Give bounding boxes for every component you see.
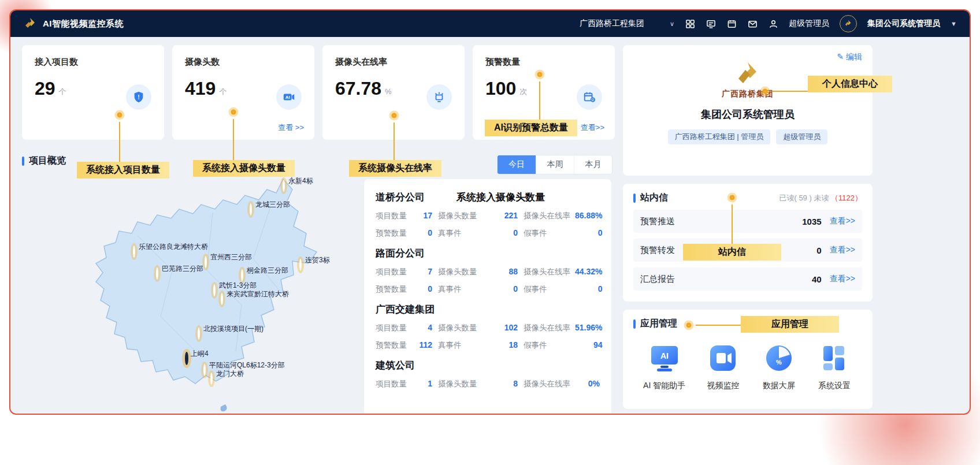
stat-cell: 真事件0 (438, 228, 518, 239)
annotation-alert-total: AI识别预警总数量 (485, 120, 577, 136)
annotation-panel-camera-count: 系统接入摄像头数量 (456, 191, 545, 204)
stat-value: 67.78 (335, 78, 381, 99)
messages-title: 站内信 (633, 192, 668, 204)
stat-cell: 预警数量0 (376, 228, 432, 239)
app-title: AI智能视频监控系统 (43, 18, 124, 29)
monitor-message-icon[interactable] (706, 18, 716, 29)
app-ai-assistant[interactable]: AI AI 智能助手 (643, 340, 685, 391)
annotation-profile-center: 个人信息中心 (808, 76, 892, 92)
message-row: 汇总报告 40 查看>> (633, 267, 862, 291)
annotation-line (539, 81, 540, 120)
map-marker[interactable]: 来宾武宣黔江特大桥 (221, 294, 223, 304)
view-link[interactable]: 查看 >> (278, 122, 304, 133)
tab-week[interactable]: 本周 (536, 155, 574, 174)
svg-text:AI: AI (660, 351, 669, 360)
annotation-donut-messages (730, 195, 735, 200)
view-link[interactable]: 查看>> (581, 122, 604, 133)
stat-unit: 个 (59, 87, 66, 97)
read-label: 已读( 59 ) (779, 194, 811, 202)
stat-cell: 真事件0 (438, 284, 518, 295)
province-map: 永新4标 龙城三分部 乐望公路良龙滩特大桥 宜州西三分部 巴芜路三分部 桐金路三… (22, 178, 369, 415)
map-marker[interactable]: 巴芜路三分部 (156, 269, 158, 279)
message-row-view-link[interactable]: 查看>> (830, 216, 855, 226)
profile-user-name: 集团公司系统管理员 (633, 107, 862, 121)
map-shape (22, 178, 369, 415)
messages-card: 站内信 已读( 59 ) 未读 （1122） 预警推送 1035 查看>> 预警… (623, 184, 873, 302)
org-stats-panel: 道桥分公司 项目数量17 摄像头数量221 摄像头在线率86.88% 预警数量0… (364, 179, 611, 415)
map-marker[interactable]: 武忻1-3分部 (213, 285, 216, 296)
annotation-online-rate: 系统摄像头在线率 (349, 160, 441, 177)
annotation-donut-cameras (231, 110, 236, 115)
stat-cell: 项目数量4 (376, 323, 432, 333)
online-rate-icon (426, 84, 452, 110)
annotation-line (772, 91, 808, 92)
org-select-value: 广西路桥工程集团 (580, 18, 644, 29)
org-name: 广西交建集团 (376, 303, 600, 316)
map-marker[interactable]: 上峒4 (185, 354, 188, 364)
stat-cell: 预警数量0 (376, 284, 432, 295)
company-emblem-icon (732, 61, 763, 87)
stat-cell: 假事件94 (524, 340, 602, 351)
tab-today[interactable]: 今日 (498, 155, 536, 174)
app-system-settings[interactable]: 系统设置 (816, 340, 852, 391)
app-label: 系统设置 (816, 381, 852, 391)
apps-grid-icon[interactable] (685, 18, 695, 29)
map-marker[interactable]: 宜州西三分部 (205, 257, 207, 267)
unread-label: 未读 (814, 194, 829, 202)
map-marker[interactable]: 龙城三分部 (250, 204, 252, 215)
map-marker[interactable]: 北投溪境项目(一期) (198, 329, 200, 339)
stat-cell: 假事件0 (524, 228, 602, 239)
org-select[interactable]: 广西路桥工程集团 ∨ (580, 18, 674, 29)
app-label: 数据大屏 (761, 381, 797, 391)
message-row-count: 0 (816, 245, 821, 255)
stat-cell: 摄像头在线率86.88% (524, 211, 602, 221)
system-settings-icon (816, 340, 852, 376)
stat-unit: 个 (219, 87, 227, 97)
annotation-messages: 站内信 (683, 244, 781, 261)
map-marker[interactable]: 永新4标 (283, 181, 285, 191)
current-user-label[interactable]: 集团公司系统管理员 (867, 18, 940, 29)
app-video-monitor[interactable]: 视频监控 (705, 340, 741, 391)
message-row-count: 1035 (802, 217, 821, 226)
message-row-view-link[interactable]: 查看>> (830, 245, 855, 255)
stat-unit: 次 (519, 87, 527, 97)
ai-assistant-icon: AI (647, 340, 682, 376)
stat-unit: % (385, 87, 392, 96)
stat-title: 摄像头在线率 (335, 57, 452, 68)
tab-month[interactable]: 本月 (574, 155, 612, 174)
user-menu-chevron-icon[interactable]: ▼ (951, 20, 957, 27)
message-row-view-link[interactable]: 查看>> (830, 274, 855, 284)
message-row-label: 预警转发 (640, 245, 675, 256)
edit-profile-link[interactable]: ✎ 编辑 (837, 52, 862, 62)
stat-cell: 项目数量7 (376, 267, 432, 277)
stat-cell: 摄像头在线率0% (524, 379, 600, 389)
annotation-donut-profile (763, 89, 768, 94)
stat-value: 100 (485, 78, 516, 99)
dashboard-frame: AI智能视频监控系统 广西路桥工程集团 ∨ 超级管理员 (9, 9, 971, 415)
stat-cell: 真事件18 (438, 340, 518, 351)
avatar[interactable] (840, 15, 857, 32)
annotation-line (233, 119, 234, 160)
map-marker[interactable]: 龙门大桥 (210, 374, 213, 384)
chevron-down-icon: ∨ (670, 20, 674, 28)
map-marker[interactable]: 乐望公路良龙滩特大桥 (133, 247, 135, 257)
stat-card-cameras: 摄像头数 419 个 AI 查看 >> (172, 45, 314, 140)
role-label: 超级管理员 (789, 18, 829, 29)
map-marker[interactable]: 桐金路三分部 (241, 270, 243, 281)
super-admin-tag: 超级管理员 (776, 129, 827, 144)
org-name: 建筑公司 (376, 359, 600, 372)
app-data-screen[interactable]: % 数据大屏 (761, 340, 797, 391)
annotation-donut-online-rate (392, 113, 397, 118)
map-marker[interactable]: 平陆运河QL6标12-3分部 (203, 365, 206, 375)
read-unread-status: 已读( 59 ) 未读 （1122） (779, 193, 862, 203)
unread-count: （1122） (831, 194, 862, 202)
alert-calendar-icon (577, 84, 602, 110)
annotation-line (696, 325, 741, 326)
annotation-donut-apps (686, 323, 692, 328)
calendar-icon[interactable] (726, 18, 737, 29)
user-icon[interactable] (768, 18, 778, 29)
annotation-line (394, 122, 395, 160)
svg-text:!: ! (138, 94, 139, 101)
mail-icon[interactable] (747, 18, 758, 29)
map-marker[interactable]: 连贺3标 (299, 260, 302, 270)
